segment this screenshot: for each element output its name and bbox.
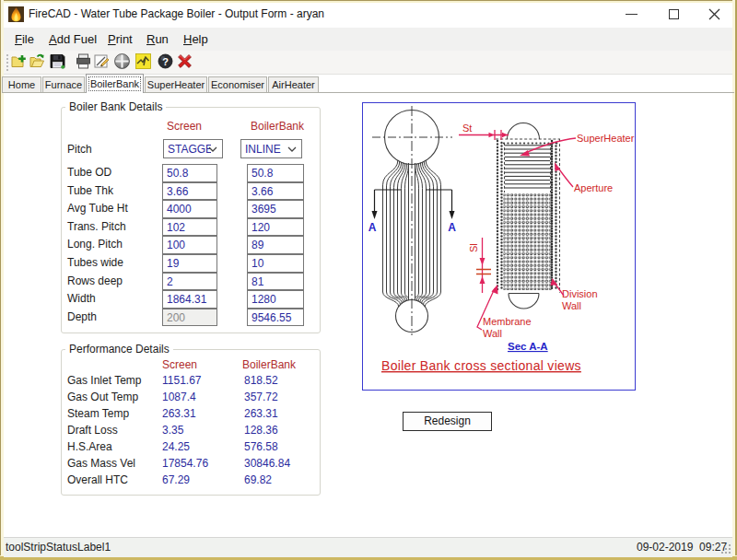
svg-text:St: St [462, 122, 472, 134]
svg-text:?: ? [162, 56, 169, 67]
svg-text:SuperHeater: SuperHeater [577, 133, 635, 144]
svg-text:A: A [368, 221, 377, 234]
svg-text:A: A [448, 221, 456, 234]
svg-text:Sl: Sl [468, 243, 479, 252]
svg-text:Division: Division [562, 288, 598, 299]
svg-text:Sec A-A: Sec A-A [508, 341, 548, 352]
svg-text:Aperture: Aperture [574, 182, 613, 193]
svg-text:Wall: Wall [483, 328, 502, 339]
svg-text:Boiler Bank cross sectional vi: Boiler Bank cross sectional views [381, 358, 581, 373]
svg-text:Wall: Wall [562, 300, 581, 311]
svg-text:Membrane: Membrane [483, 316, 532, 327]
